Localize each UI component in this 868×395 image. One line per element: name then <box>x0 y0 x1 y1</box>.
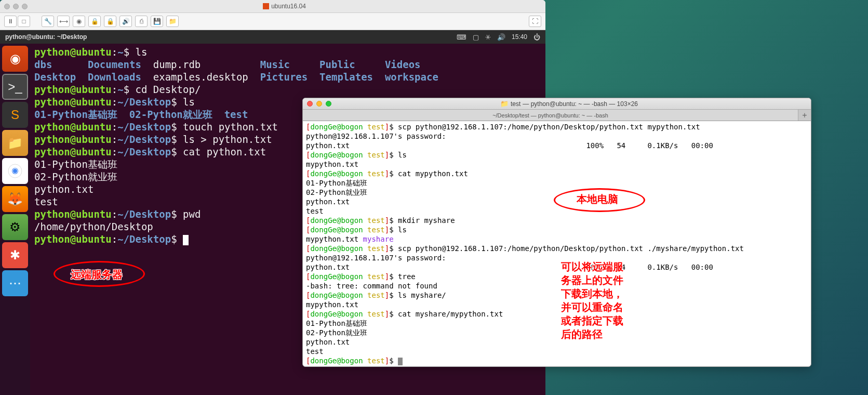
vm-toolbar: ⏸ □ 🔧 ⟷ ◉ 🔒 🔒 🔊 ⎙ 💾 📁 ⛶ <box>0 13 545 30</box>
annotation-remote: 远端服务器 <box>71 268 123 282</box>
vm-pause-button[interactable]: ⏸ <box>4 16 17 27</box>
vm-close-button[interactable] <box>4 4 10 9</box>
vm-lock2-icon[interactable]: 🔒 <box>104 16 116 27</box>
ubuntu-window-title: python@ubuntu: ~/Desktop <box>5 33 87 41</box>
vm-snapshot-button[interactable]: □ <box>18 16 30 27</box>
ubuntu-app-icon <box>263 3 269 9</box>
vm-print-icon[interactable]: ⎙ <box>135 16 148 27</box>
mac-terminal-content[interactable]: [dongGe@bogon test]$ scp python@192.168.… <box>303 121 811 366</box>
annotation-desc-line: 并可以重命名 <box>561 300 623 314</box>
annotation-local: 本地电脑 <box>577 192 618 206</box>
annotation-description: 可以将远端服 务器上的文件 下载到本地， 并可以重命名 或者指定下载 后的路径 <box>561 260 623 341</box>
dock-chrome-icon[interactable] <box>2 158 28 184</box>
mac-title-text: — python@ubuntu: ~ — -bash — 103×26 <box>523 100 638 108</box>
cursor <box>183 235 189 245</box>
dock-settings-icon[interactable]: ⚙ <box>2 214 28 240</box>
mac-new-tab-button[interactable]: + <box>798 110 811 121</box>
dock-firefox-icon[interactable]: 🦊 <box>2 186 28 212</box>
mac-tab-label: ~/Desktop/test — python@ubuntu: ~ — -bas… <box>492 112 608 118</box>
vm-lock-icon[interactable]: 🔒 <box>88 16 101 27</box>
clock[interactable]: 15:40 <box>512 33 527 41</box>
svg-point-3 <box>13 169 17 173</box>
folder-icon: 📁 <box>500 100 509 108</box>
dock-files-icon[interactable]: 📁 <box>2 130 28 156</box>
vm-maximize-button[interactable] <box>22 4 28 9</box>
dock-dash-icon[interactable]: ◉ <box>2 46 28 72</box>
mac-minimize-button[interactable] <box>316 101 322 107</box>
vm-wrench-icon[interactable]: 🔧 <box>42 16 54 27</box>
keyboard-icon[interactable]: ⌨ <box>457 33 466 41</box>
annotation-desc-line: 下载到本地， <box>561 287 623 300</box>
mac-tab[interactable]: ~/Desktop/test — python@ubuntu: ~ — -bas… <box>303 110 798 121</box>
power-icon[interactable]: ⏻ <box>533 33 540 41</box>
ubuntu-menubar: python@ubuntu: ~/Desktop ⌨ ▢ ⚹ 🔊 15:40 ⏻ <box>0 30 545 44</box>
vm-titlebar: ubuntu16.04 <box>0 0 545 13</box>
dock-more-icon[interactable]: ⋯ <box>2 270 28 296</box>
mac-title-folder: test <box>511 100 520 108</box>
network-icon[interactable]: ▢ <box>473 33 479 41</box>
annotation-desc-line: 后的路径 <box>561 327 623 341</box>
vm-title: ubuntu16.04 <box>28 3 541 10</box>
vm-disk-icon[interactable]: ◉ <box>73 16 85 27</box>
vm-traffic-lights <box>4 4 28 9</box>
dock-error-icon[interactable]: ✱ <box>2 242 28 268</box>
vm-save-icon[interactable]: 💾 <box>151 16 163 27</box>
vm-title-text: ubuntu16.04 <box>271 3 306 10</box>
mac-close-button[interactable] <box>307 101 313 107</box>
vm-fullscreen-button[interactable]: ⛶ <box>529 16 541 27</box>
vm-folder-icon[interactable]: 📁 <box>166 16 179 27</box>
bluetooth-icon[interactable]: ⚹ <box>485 33 491 41</box>
annotation-desc-line: 务器上的文件 <box>561 273 623 287</box>
dock-terminal-icon[interactable]: >_ <box>2 74 28 100</box>
volume-icon[interactable]: 🔊 <box>497 33 505 41</box>
mac-window-title: 📁 test — python@ubuntu: ~ — -bash — 103×… <box>331 100 807 108</box>
mac-tabbar: ~/Desktop/test — python@ubuntu: ~ — -bas… <box>303 110 811 121</box>
vm-minimize-button[interactable] <box>13 4 19 9</box>
mac-terminal-window: 📁 test — python@ubuntu: ~ — -bash — 103×… <box>302 98 811 367</box>
dock-sublime-icon[interactable]: S <box>2 102 28 128</box>
vm-sound-icon[interactable]: 🔊 <box>119 16 132 27</box>
mac-titlebar: 📁 test — python@ubuntu: ~ — -bash — 103×… <box>303 98 811 110</box>
unity-dock: ◉ >_ S 📁 🦊 ⚙ ✱ ⋯ <box>0 44 30 395</box>
annotation-desc-line: 可以将远端服 <box>561 260 623 273</box>
vm-resize-icon[interactable]: ⟷ <box>57 16 70 27</box>
mac-maximize-button[interactable] <box>326 101 331 107</box>
annotation-desc-line: 或者指定下载 <box>561 314 623 327</box>
